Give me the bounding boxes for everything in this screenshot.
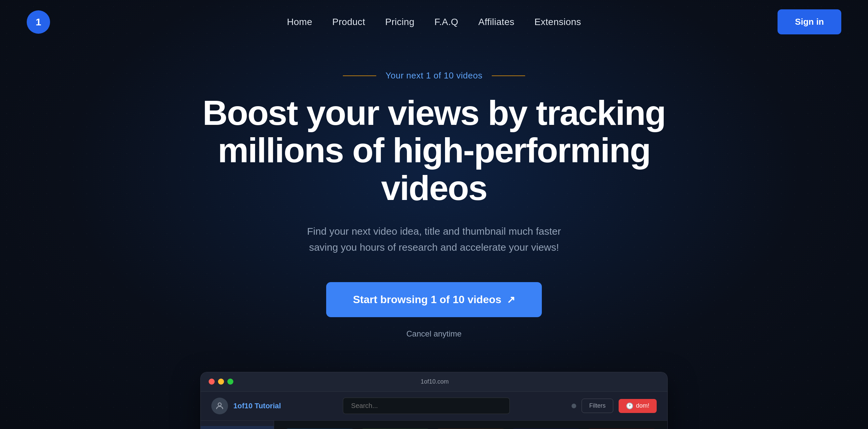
app-logo-label: 1of10 Tutorial — [234, 402, 281, 410]
nav-pricing[interactable]: Pricing — [385, 17, 415, 27]
sidebar-item-home[interactable]: Home — [200, 426, 274, 429]
app-sidebar: Home Results — [200, 421, 274, 429]
video-grid — [274, 421, 668, 429]
browser-topbar: 1of10.com — [200, 372, 668, 392]
random-label: dom! — [636, 402, 649, 409]
logo: 1 — [27, 10, 50, 34]
hero-title: Boost your views by tracking millions of… — [200, 94, 668, 207]
preview-section: 1of10.com 1of10 Tutorial Filters 🕐 dom! — [0, 359, 868, 429]
svg-point-0 — [218, 403, 221, 406]
subtitle-line-left — [343, 75, 376, 76]
app-search-input[interactable] — [343, 398, 510, 414]
browser-url: 1of10.com — [243, 378, 626, 385]
signin-button[interactable]: Sign in — [778, 9, 841, 34]
filters-button[interactable]: Filters — [582, 399, 613, 413]
navbar: 1 Home Product Pricing F.A.Q Affiliates … — [0, 0, 868, 44]
subtitle-row: Your next 1 of 10 videos — [343, 70, 525, 81]
random-button[interactable]: 🕐 dom! — [619, 399, 657, 413]
subtitle-line-right — [492, 75, 525, 76]
browser-dots — [209, 378, 234, 385]
avatar — [211, 398, 228, 414]
hero-title-line2: millions of high-performing videos — [218, 131, 650, 207]
nav-extensions[interactable]: Extensions — [534, 17, 581, 27]
status-dot — [571, 404, 576, 408]
hero-description: Find your next video idea, title and thu… — [307, 223, 561, 255]
nav-faq[interactable]: F.A.Q — [434, 17, 458, 27]
nav-links: Home Product Pricing F.A.Q Affiliates Ex… — [287, 17, 581, 27]
hero-title-line1: Boost your views by tracking — [203, 93, 666, 132]
browser-dot-close — [209, 378, 215, 385]
browser-window: 1of10.com 1of10 Tutorial Filters 🕐 dom! — [200, 372, 668, 429]
hero-desc-line1: Find your next video idea, title and thu… — [307, 226, 561, 237]
app-header: 1of10 Tutorial Filters 🕐 dom! — [200, 392, 668, 421]
logo-icon: 1 — [27, 10, 50, 34]
cta-button[interactable]: Start browsing 1 of 10 videos ↗ — [326, 282, 542, 317]
app-layout: Home Results — [200, 421, 668, 429]
nav-home[interactable]: Home — [287, 17, 312, 27]
nav-product[interactable]: Product — [332, 17, 365, 27]
hero-desc-line2: saving you hours of research and acceler… — [309, 242, 559, 253]
app-action-bar: Filters 🕐 dom! — [571, 399, 657, 413]
app-main-content: 🔖 Watch later ↗ Share — [274, 421, 668, 429]
cta-label: Start browsing 1 of 10 videos — [353, 294, 501, 306]
cancel-text: Cancel anytime — [406, 329, 461, 339]
cta-arrow-icon: ↗ — [507, 294, 515, 305]
browser-dot-minimize — [218, 378, 224, 385]
browser-dot-expand — [227, 378, 234, 385]
nav-affiliates[interactable]: Affiliates — [478, 17, 515, 27]
hero-subtitle: Your next 1 of 10 videos — [385, 70, 483, 81]
hero-section: Your next 1 of 10 videos Boost your view… — [0, 44, 868, 359]
